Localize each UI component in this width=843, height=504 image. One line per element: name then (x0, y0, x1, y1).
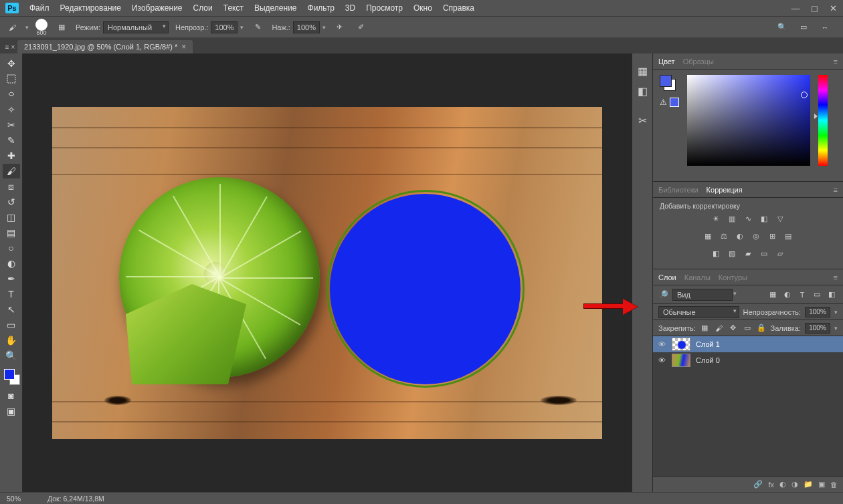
tool-stamp[interactable]: ⧇ (3, 179, 20, 194)
pressure-size-toggle[interactable]: ✐ (354, 21, 369, 34)
tool-quickmask[interactable]: ◙ (3, 388, 20, 403)
adj-posterize-icon[interactable]: ▨ (726, 247, 738, 259)
new-adjustment-icon[interactable]: ◑ (791, 480, 798, 489)
foreground-background-swatch[interactable] (3, 368, 20, 385)
tool-shape[interactable]: ▭ (3, 318, 20, 332)
menu-view[interactable]: Просмотр (366, 3, 403, 13)
adj-channelmixer-icon[interactable]: ⊞ (766, 230, 778, 242)
panel-menu-icon[interactable]: ≡ (834, 273, 838, 281)
adj-vibrance-icon[interactable]: ▽ (774, 213, 786, 225)
tab-adjustments[interactable]: Коррекция (707, 186, 743, 194)
layer-row[interactable]: 👁 Слой 1 (653, 336, 843, 352)
tab-paths[interactable]: Контуры (719, 273, 747, 281)
pressure-opacity-toggle[interactable]: ✎ (250, 21, 265, 34)
tool-type[interactable]: T (3, 287, 20, 301)
panel-menu-icon[interactable]: ≡ (834, 186, 838, 194)
adj-threshold-icon[interactable]: ▰ (742, 247, 754, 259)
adj-brightness-icon[interactable]: ☀ (710, 213, 722, 225)
layer-thumbnail[interactable] (672, 354, 690, 367)
menu-filter[interactable]: Фильтр (308, 3, 335, 13)
airbrush-toggle[interactable]: ✈ (333, 21, 347, 34)
status-zoom[interactable]: 50% (7, 495, 21, 503)
tool-dodge[interactable]: ◐ (3, 256, 20, 271)
filter-smart-icon[interactable]: ◧ (826, 289, 838, 301)
adj-curves-icon[interactable]: ∿ (742, 213, 754, 225)
color-field[interactable] (687, 75, 810, 166)
status-doc[interactable]: Док: 6,24M/13,8M (48, 495, 104, 503)
menu-select[interactable]: Выделение (254, 3, 297, 13)
tool-crop[interactable]: ✂ (3, 118, 20, 132)
properties-panel-icon[interactable]: ◧ (634, 83, 650, 99)
expand-icon[interactable]: ↔ (818, 21, 832, 34)
panel-menu-icon[interactable]: ≡ (834, 57, 838, 66)
chevron-down-icon[interactable]: ▾ (834, 309, 838, 316)
adjust-panel-icon[interactable]: ✂ (634, 112, 650, 128)
chevron-down-icon[interactable]: ▾ (240, 24, 244, 31)
tool-lasso[interactable] (3, 87, 20, 102)
tool-magic-wand[interactable]: ✧ (3, 102, 20, 117)
tool-hand[interactable]: ✋ (3, 333, 20, 348)
tool-path-select[interactable]: ↖ (3, 302, 20, 317)
tool-blur[interactable]: ○ (3, 241, 20, 255)
flow-input[interactable] (293, 21, 320, 33)
tabbar-handle-icon[interactable]: ≡ × (3, 40, 17, 53)
opacity-input[interactable] (211, 21, 238, 33)
menu-3d[interactable]: 3D (345, 3, 355, 13)
menu-help[interactable]: Справка (443, 3, 474, 13)
filter-pixel-icon[interactable]: ▦ (767, 289, 779, 301)
tool-eyedropper[interactable]: ✎ (3, 133, 20, 148)
search-icon[interactable]: 🔎 (658, 290, 668, 299)
adj-bw-icon[interactable]: ◐ (734, 230, 746, 242)
menu-text[interactable]: Текст (223, 3, 244, 13)
tool-healing[interactable]: ✚ (3, 148, 20, 163)
filter-shape-icon[interactable]: ▭ (811, 289, 823, 301)
link-layers-icon[interactable]: 🔗 (753, 480, 763, 489)
canvas[interactable] (52, 107, 602, 439)
adj-gradientmap-icon[interactable]: ▭ (758, 247, 770, 259)
brush-preset-picker[interactable]: 600 (35, 19, 48, 36)
tool-brush[interactable]: 🖌 (3, 164, 20, 178)
menu-file[interactable]: Файл (29, 3, 50, 13)
gamut-warning-icon[interactable]: ⚠ (660, 98, 667, 107)
layer-fill-input[interactable] (805, 323, 830, 334)
doc-tab[interactable]: 2133091_1920.jpg @ 50% (Слой 1, RGB/8#) … (17, 40, 193, 53)
layer-name[interactable]: Слой 0 (696, 356, 720, 364)
layer-opacity-input[interactable] (805, 307, 830, 318)
search-icon[interactable]: 🔍 (775, 21, 789, 34)
minimize-button[interactable]: — (791, 3, 800, 13)
hue-slider[interactable] (818, 75, 828, 166)
tab-channels[interactable]: Каналы (684, 273, 711, 281)
chevron-down-icon[interactable]: ▾ (834, 325, 838, 332)
adj-invert-icon[interactable]: ◧ (710, 247, 722, 259)
color-swatch-pair[interactable] (660, 75, 676, 91)
tool-zoom[interactable]: 🔍 (3, 348, 20, 363)
layer-filter-select[interactable]: Вид (672, 289, 733, 301)
lock-transparency-icon[interactable]: ▦ (700, 322, 710, 334)
filter-type-icon[interactable]: T (796, 289, 808, 301)
tool-marquee[interactable] (3, 72, 20, 86)
gamut-closest-swatch[interactable] (670, 98, 679, 107)
lock-all-icon[interactable]: 🔒 (756, 322, 766, 334)
tool-eraser[interactable]: ◫ (3, 210, 20, 225)
delete-layer-icon[interactable]: 🗑 (830, 481, 838, 489)
chevron-down-icon[interactable]: ▾ (322, 24, 326, 31)
filter-adj-icon[interactable]: ◐ (781, 289, 793, 301)
layer-row[interactable]: 👁 Слой 0 (653, 352, 843, 368)
maximize-button[interactable]: ◻ (810, 3, 819, 13)
lock-artboard-icon[interactable]: ▭ (742, 322, 752, 334)
adj-selectivecolor-icon[interactable]: ▱ (774, 247, 786, 259)
layer-list[interactable]: 👁 Слой 1 👁 Слой 0 (653, 336, 843, 476)
canvas-area[interactable] (23, 53, 632, 492)
blend-mode-select[interactable]: Нормальный (103, 21, 169, 33)
new-layer-icon[interactable]: ▣ (818, 480, 825, 489)
tab-color[interactable]: Цвет (658, 57, 675, 66)
adj-hue-icon[interactable]: ▦ (702, 230, 714, 242)
layer-thumbnail[interactable] (672, 338, 690, 351)
current-tool-icon[interactable]: 🖌 (5, 21, 19, 34)
history-panel-icon[interactable]: ▦ (634, 63, 650, 79)
adj-colorlookup-icon[interactable]: ▤ (782, 230, 794, 242)
tab-libraries[interactable]: Библиотеки (658, 186, 698, 194)
close-icon[interactable]: × (181, 42, 186, 51)
tab-layers[interactable]: Слои (658, 273, 676, 281)
layer-name[interactable]: Слой 1 (696, 340, 720, 348)
